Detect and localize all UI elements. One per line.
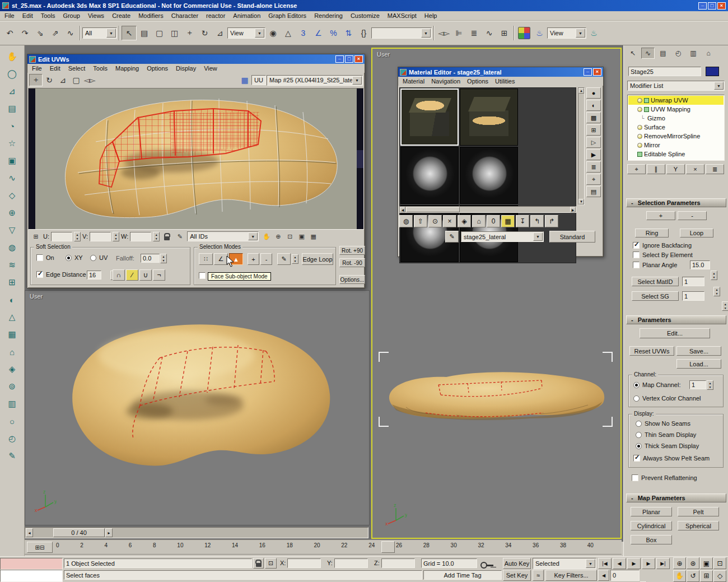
options-button[interactable]: Options... bbox=[339, 275, 365, 284]
window-crossing-toggle-icon[interactable]: ◫ bbox=[167, 26, 182, 40]
left-tool-22-icon[interactable]: ○ bbox=[3, 415, 21, 428]
auto-key-button[interactable]: Auto Key bbox=[503, 558, 531, 569]
edit-uvws-maximize-button[interactable] bbox=[345, 55, 353, 63]
menu-item[interactable]: Tools bbox=[41, 12, 55, 19]
angle-snap-icon[interactable]: ∠ bbox=[311, 26, 326, 40]
configure-modifier-sets-icon[interactable]: ≣ bbox=[706, 164, 724, 174]
app-maximize-button[interactable] bbox=[708, 2, 716, 10]
select-and-manipulate-icon[interactable]: △ bbox=[281, 26, 296, 40]
zoom-region-icon[interactable]: ⊡ bbox=[284, 231, 296, 241]
v-spinner[interactable] bbox=[113, 232, 119, 241]
left-tool-4-icon[interactable]: ▤ bbox=[3, 102, 21, 115]
show-end-result-icon[interactable]: ∥ bbox=[647, 164, 665, 174]
percent-snap-icon[interactable]: % bbox=[326, 26, 341, 40]
left-tool-13-icon[interactable]: ≋ bbox=[3, 258, 21, 272]
map-parameters-rollout[interactable]: Map Parameters bbox=[626, 493, 726, 502]
backlight-icon[interactable]: ◐ bbox=[586, 100, 601, 111]
layer-manager-icon[interactable]: ≣ bbox=[466, 26, 482, 40]
z-coordinate-field[interactable] bbox=[381, 558, 415, 568]
contract-selection-button[interactable]: - bbox=[678, 211, 707, 220]
edge-loop-button[interactable]: Edge Loop bbox=[302, 253, 333, 265]
time-slider-thumb[interactable]: 0 / 40 bbox=[53, 528, 105, 537]
edit-uvws-titlebar[interactable]: Edit UVWs bbox=[27, 54, 365, 64]
vertex-mode-icon[interactable]: ∷ bbox=[199, 253, 213, 265]
select-matid-button[interactable]: Select MatID bbox=[632, 277, 679, 286]
object-color-swatch[interactable] bbox=[706, 67, 719, 76]
schematic-view-icon[interactable]: ⊞ bbox=[497, 26, 512, 40]
prevent-reflattening-checkbox[interactable] bbox=[632, 474, 638, 481]
show-map-in-viewport-icon[interactable]: ▦ bbox=[501, 215, 515, 227]
w-spinner[interactable] bbox=[153, 232, 160, 241]
left-tool-2-icon[interactable]: ◯ bbox=[3, 67, 21, 81]
selection-parameters-rollout[interactable]: Selection Parameters bbox=[626, 198, 726, 207]
zoom-all-icon[interactable]: ⊛ bbox=[687, 557, 699, 569]
uv-radio[interactable] bbox=[90, 255, 96, 261]
track-bar-marker[interactable] bbox=[381, 541, 395, 553]
zoom-extents-selected-icon[interactable]: ▣ bbox=[700, 557, 713, 569]
falloff-curve-slow-icon[interactable]: ∪ bbox=[139, 269, 152, 281]
previous-key-icon[interactable]: ◀ bbox=[598, 570, 609, 581]
edit-uvws-open-button[interactable]: Edit... bbox=[640, 328, 710, 338]
hierarchy-tab[interactable]: ▤ bbox=[656, 48, 670, 59]
left-tool-14-icon[interactable]: ⊞ bbox=[3, 276, 21, 289]
select-by-element-checkbox[interactable] bbox=[633, 252, 640, 258]
visibility-bulb-icon[interactable] bbox=[637, 125, 642, 130]
reference-coordinate-system-dropdown[interactable]: View bbox=[227, 27, 265, 39]
rotate-icon[interactable]: ↻ bbox=[43, 74, 56, 86]
material-type-button[interactable]: Standard bbox=[549, 231, 595, 243]
make-unique-icon[interactable]: Y bbox=[666, 164, 685, 174]
menu-item[interactable]: Graph Editors bbox=[268, 12, 306, 19]
previous-frame-arrow[interactable]: ◂ bbox=[26, 528, 33, 537]
show-end-result-icon[interactable]: ↧ bbox=[516, 215, 529, 227]
curve-editor-icon[interactable]: ∿ bbox=[482, 26, 497, 40]
select-object-icon[interactable]: ↖ bbox=[122, 26, 137, 40]
zoom-extents-all-icon[interactable]: ⊡ bbox=[713, 557, 726, 569]
loop-button[interactable]: Loop bbox=[680, 229, 713, 238]
menu-item[interactable]: Rendering bbox=[314, 12, 343, 19]
falloff-curve-smooth-icon[interactable]: ∩ bbox=[113, 269, 125, 281]
render-type-dropdown[interactable]: View bbox=[547, 27, 586, 39]
make-material-copy-icon[interactable]: ◈ bbox=[458, 215, 471, 227]
v-field[interactable] bbox=[90, 232, 111, 241]
app-titlebar[interactable]: st_25.max - Autodesk 3ds Max 8 SP1 Educa… bbox=[0, 0, 728, 11]
edit-uvws-close-button[interactable] bbox=[354, 55, 363, 63]
mirror-icon[interactable]: ◅▻ bbox=[83, 74, 96, 86]
time-slider[interactable]: ◂ 0 / 40 ▸ bbox=[25, 527, 368, 538]
zoom-icon[interactable]: ⊕ bbox=[272, 231, 284, 241]
named-selection-sets-dropdown[interactable] bbox=[371, 27, 432, 39]
menu-item[interactable]: Character bbox=[171, 12, 198, 19]
matid-spinner[interactable] bbox=[713, 287, 720, 296]
field-of-view-icon[interactable]: ◇ bbox=[713, 570, 726, 582]
lock-selection-icon[interactable] bbox=[161, 231, 172, 241]
modifier-stack-item[interactable]: Gizmo bbox=[628, 114, 724, 123]
object-name-field[interactable]: Stage25 bbox=[628, 67, 701, 76]
map-channel-field[interactable]: 1 bbox=[689, 380, 706, 389]
left-tool-9-icon[interactable]: ◇ bbox=[3, 189, 21, 202]
x-coordinate-field[interactable] bbox=[287, 558, 321, 568]
material-effects-id-icon[interactable]: 0 bbox=[487, 215, 500, 227]
spinner-snap-icon[interactable]: ⇅ bbox=[341, 26, 356, 40]
viewport-user-left[interactable]: User z y x bbox=[25, 290, 370, 525]
snap-toggle-icon[interactable]: 3 bbox=[296, 26, 311, 40]
grid-snap-icon[interactable]: ▦ bbox=[307, 231, 319, 241]
modifier-stack-item[interactable]: Unwrap UVW bbox=[628, 96, 724, 105]
go-forward-to-sibling-icon[interactable]: ↱ bbox=[545, 215, 558, 227]
modifier-list-dropdown[interactable]: Modifier List bbox=[627, 81, 725, 91]
modifier-stack-item[interactable]: UVW Mapping bbox=[628, 105, 724, 114]
absolute-typein-icon[interactable]: ⊞ bbox=[30, 231, 41, 241]
select-sg-button[interactable]: Select SG bbox=[632, 291, 679, 301]
get-material-icon[interactable]: ◍ bbox=[399, 215, 413, 227]
scale-icon[interactable]: ⊿ bbox=[56, 74, 69, 86]
material-slot-3[interactable] bbox=[400, 147, 459, 204]
vertex-color-channel-radio[interactable] bbox=[633, 395, 640, 402]
menu-item[interactable]: View bbox=[204, 65, 217, 72]
pin-stack-icon[interactable]: ⌖ bbox=[627, 164, 646, 174]
zoom-icon[interactable]: ⊕ bbox=[673, 557, 686, 569]
select-by-material-icon[interactable]: ⌖ bbox=[586, 174, 601, 185]
pan-icon[interactable]: ✋ bbox=[260, 231, 272, 241]
selection-filter-dropdown[interactable]: All bbox=[82, 27, 117, 39]
material-editor-minimize-button[interactable] bbox=[584, 68, 592, 76]
slots-horizontal-scrollbar[interactable]: ◀ ▶ bbox=[399, 206, 576, 213]
left-tool-24-icon[interactable]: ✎ bbox=[3, 449, 21, 463]
cylindrical-map-button[interactable]: Cylindrical bbox=[631, 521, 672, 530]
